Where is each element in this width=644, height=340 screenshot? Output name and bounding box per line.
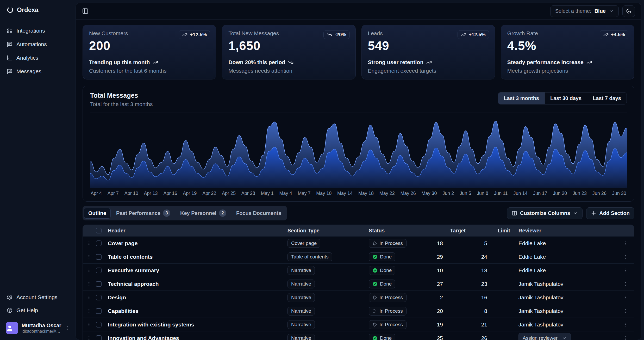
row-actions-button[interactable] (617, 241, 634, 246)
row-header-text[interactable]: Technical approach (108, 281, 287, 287)
row-checkbox[interactable] (96, 240, 102, 246)
reviewer-cell: Eddie Lake (518, 240, 617, 246)
range-button-last-3-months[interactable]: Last 3 months (498, 92, 545, 104)
status-badge: In Process (369, 307, 407, 316)
target-value[interactable]: 2 (413, 294, 473, 301)
target-value[interactable]: 20 (413, 308, 473, 314)
customize-columns-button[interactable]: Customize Columns (507, 207, 583, 219)
sidebar-item-integrations[interactable]: Integrations (4, 25, 71, 36)
select-all-checkbox[interactable] (96, 228, 102, 233)
tab-key-personnel[interactable]: Key Personnel2 (176, 207, 231, 219)
assign-reviewer-select[interactable]: Assign reviewer (518, 333, 571, 340)
section-type-badge: Narrative (287, 334, 315, 340)
row-checkbox[interactable] (96, 281, 102, 287)
loader-icon (372, 295, 377, 300)
drag-handle[interactable] (83, 281, 96, 287)
row-actions-button[interactable] (617, 254, 634, 259)
customize-columns-label: Customize Columns (520, 210, 570, 216)
limit-value[interactable]: 26 (473, 335, 518, 340)
dark-mode-toggle[interactable] (622, 5, 635, 17)
drag-handle[interactable] (83, 335, 96, 340)
drag-handle[interactable] (83, 268, 96, 273)
row-header-text[interactable]: Innovation and Advantages (108, 335, 287, 340)
tab-focus-documents[interactable]: Focus Documents (232, 208, 286, 219)
tab-outline[interactable]: Outline (84, 208, 111, 219)
drag-handle[interactable] (83, 295, 96, 300)
range-button-last-7-days[interactable]: Last 7 days (587, 92, 627, 104)
target-value[interactable]: 10 (413, 267, 473, 274)
reviewer-cell: Eddie Lake (518, 254, 617, 260)
x-tick-label: May 22 (379, 191, 395, 196)
row-checkbox[interactable] (96, 322, 102, 327)
row-actions-button[interactable] (617, 308, 634, 314)
target-value[interactable]: 18 (413, 240, 473, 246)
drag-handle[interactable] (83, 240, 96, 246)
target-value[interactable]: 19 (413, 322, 473, 328)
trending-down-icon (288, 60, 293, 65)
x-tick-label: Jun 2 (442, 191, 454, 196)
toolbar-actions: Customize Columns Add Section (507, 207, 634, 219)
brand[interactable]: Ordexa (4, 5, 71, 15)
sidebar-footer-item-account-settings[interactable]: Account Settings (4, 292, 71, 303)
drag-handle[interactable] (83, 322, 96, 327)
limit-value[interactable]: 24 (473, 254, 518, 260)
row-checkbox[interactable] (96, 308, 102, 314)
tab-past-performance[interactable]: Past Performance3 (112, 207, 175, 219)
add-section-button[interactable]: Add Section (586, 207, 634, 219)
sidebar-item-automations[interactable]: Automations (4, 39, 71, 50)
limit-value[interactable]: 5 (473, 240, 518, 246)
theme-select-value: Blue (595, 8, 606, 14)
status-badge: Done (369, 280, 395, 288)
range-button-last-30-days[interactable]: Last 30 days (545, 92, 587, 104)
row-actions-button[interactable] (617, 322, 634, 327)
stat-card-trend-text: Down 20% this period (228, 59, 285, 65)
stat-card-value: 4.5% (507, 39, 628, 53)
tab-count-badge: 2 (219, 209, 226, 217)
row-actions-button[interactable] (617, 281, 634, 287)
drag-handle[interactable] (83, 308, 96, 314)
row-header-text[interactable]: Capabilities (108, 308, 287, 314)
chart-range-group: Last 3 monthsLast 30 daysLast 7 days (498, 92, 627, 104)
status-label: Done (380, 281, 392, 287)
sidebar-toggle-button[interactable] (82, 8, 89, 14)
sidebar-footer-item-get-help[interactable]: Get Help (4, 305, 71, 316)
x-tick-label: Apr 28 (241, 191, 255, 196)
drag-handle[interactable] (83, 254, 96, 259)
stat-card-2: Total New Messages1,650-20%Down 20% this… (222, 25, 355, 79)
gear-icon (7, 294, 12, 300)
row-header-text[interactable]: Table of contents (108, 254, 287, 260)
limit-value[interactable]: 13 (473, 267, 518, 274)
status-label: In Process (379, 308, 403, 314)
sidebar-item-analytics[interactable]: Analytics (4, 52, 71, 64)
target-value[interactable]: 27 (413, 281, 473, 287)
row-checkbox[interactable] (96, 268, 102, 273)
row-header-text[interactable]: Cover page (108, 240, 287, 246)
x-tick-label: Jun 20 (553, 191, 567, 196)
row-actions-button[interactable] (617, 268, 634, 273)
x-tick-label: Jun 26 (592, 191, 607, 196)
sidebar-item-messages[interactable]: Messages (4, 66, 71, 77)
user-kebab-icon[interactable] (65, 325, 70, 331)
row-header-text[interactable]: Integration with existing systems (108, 322, 287, 328)
row-header-text[interactable]: Design (108, 294, 287, 301)
status-label: Done (380, 254, 392, 260)
limit-value[interactable]: 16 (473, 294, 518, 301)
row-checkbox-cell (96, 240, 108, 246)
status-label: Done (380, 335, 392, 340)
row-checkbox-cell (96, 335, 108, 340)
row-checkbox-cell (96, 295, 108, 300)
topbar: Select a theme: Blue (76, 3, 641, 20)
target-value[interactable]: 29 (413, 254, 473, 260)
row-checkbox[interactable] (96, 335, 102, 340)
user-menu[interactable]: Murtadha Oscar idiotdonthackme@gmail.com (4, 320, 71, 336)
target-value[interactable]: 25 (413, 335, 473, 340)
limit-value[interactable]: 23 (473, 281, 518, 287)
row-actions-button[interactable] (617, 336, 634, 340)
row-actions-button[interactable] (617, 295, 634, 300)
row-header-text[interactable]: Executive summary (108, 267, 287, 274)
limit-value[interactable]: 8 (473, 308, 518, 314)
theme-select[interactable]: Select a theme: Blue (550, 5, 619, 17)
row-checkbox[interactable] (96, 295, 102, 300)
limit-value[interactable]: 21 (473, 322, 518, 328)
row-checkbox[interactable] (96, 254, 102, 260)
